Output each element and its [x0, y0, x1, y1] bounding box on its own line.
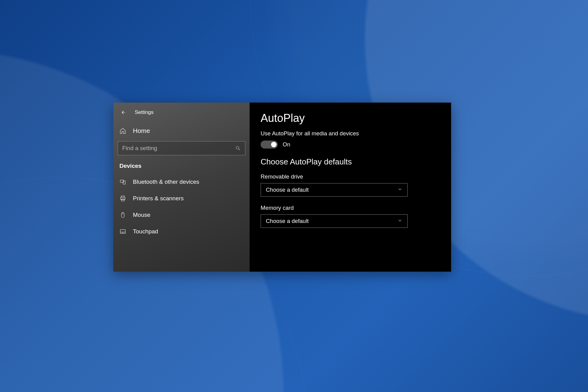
autoplay-toggle[interactable]: [261, 141, 278, 149]
sidebar-item-bluetooth[interactable]: Bluetooth & other devices: [113, 174, 250, 190]
sidebar-item-label: Touchpad: [133, 228, 158, 235]
page-title: AutoPlay: [261, 112, 440, 125]
window-title: Settings: [135, 109, 153, 115]
search-box[interactable]: [118, 141, 245, 155]
memory-card-dropdown[interactable]: Choose a default: [261, 214, 408, 228]
svg-rect-3: [121, 196, 125, 198]
section-label-devices: Devices: [113, 161, 250, 174]
sidebar-item-label: Bluetooth & other devices: [133, 179, 199, 185]
autoplay-toggle-row: On: [261, 141, 440, 149]
sidebar-item-printers[interactable]: Printers & scanners: [113, 190, 250, 207]
svg-rect-5: [121, 199, 124, 201]
settings-sidebar: Settings Home Devices Bluetooth & other …: [113, 103, 250, 272]
svg-point-0: [236, 146, 239, 149]
sidebar-item-touchpad[interactable]: Touchpad: [113, 223, 250, 240]
toggle-state-label: On: [283, 141, 290, 148]
dropdown-value: Choose a default: [266, 187, 309, 193]
settings-window: Settings Home Devices Bluetooth & other …: [113, 103, 451, 272]
chevron-down-icon: [398, 218, 402, 224]
removable-drive-dropdown[interactable]: Choose a default: [261, 183, 408, 197]
sidebar-header: Settings: [113, 106, 250, 123]
touchpad-icon: [119, 228, 126, 235]
arrow-left-icon: [120, 110, 126, 115]
settings-content: AutoPlay Use AutoPlay for all media and …: [250, 103, 451, 272]
devices-icon: [119, 179, 126, 185]
mouse-icon: [119, 212, 126, 218]
home-icon: [119, 127, 126, 134]
sidebar-item-home[interactable]: Home: [113, 123, 250, 139]
home-label: Home: [133, 127, 150, 134]
printer-icon: [119, 195, 126, 202]
chevron-down-icon: [398, 187, 402, 193]
dropdown-value: Choose a default: [266, 218, 309, 224]
memory-card-label: Memory card: [261, 205, 440, 211]
removable-drive-label: Removable drive: [261, 173, 440, 180]
search-input[interactable]: [122, 145, 235, 152]
back-button[interactable]: [119, 108, 127, 117]
autoplay-toggle-description: Use AutoPlay for all media and devices: [261, 130, 440, 137]
toggle-knob: [271, 142, 277, 147]
search-icon: [235, 145, 241, 151]
defaults-heading: Choose AutoPlay defaults: [261, 157, 440, 167]
sidebar-item-label: Printers & scanners: [133, 195, 184, 202]
sidebar-item-label: Mouse: [133, 212, 150, 218]
sidebar-item-mouse[interactable]: Mouse: [113, 207, 250, 223]
